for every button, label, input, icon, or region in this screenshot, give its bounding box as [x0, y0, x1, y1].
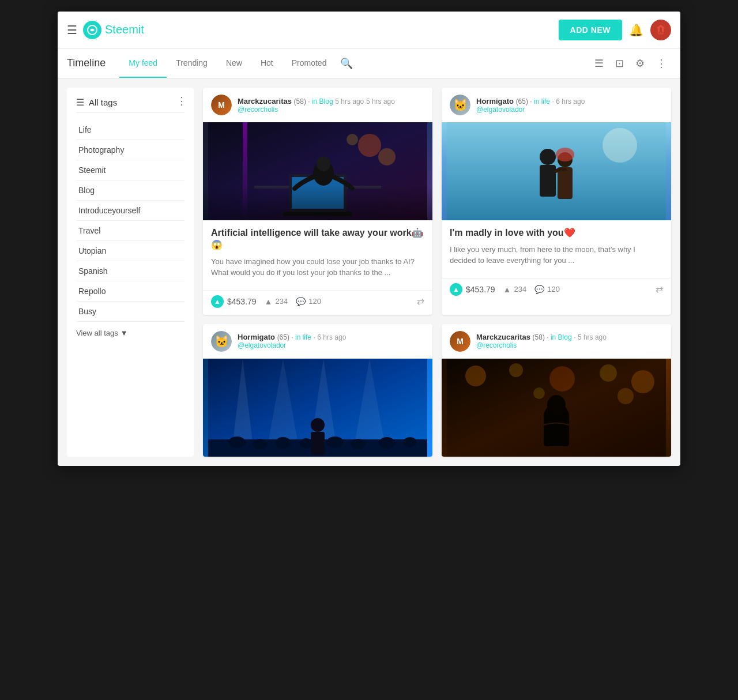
author-rep: (58) ·: [533, 333, 551, 341]
sidebar-item-spanish[interactable]: Spanish: [76, 261, 184, 281]
svg-point-34: [379, 437, 395, 449]
tab-promoted[interactable]: Promoted: [283, 49, 336, 78]
tab-my-feed[interactable]: My feed: [119, 49, 167, 78]
post-image: [203, 122, 432, 220]
post-category[interactable]: in life: [295, 333, 311, 341]
header: ☰ Steemit ADD NEW 🔔: [58, 12, 680, 48]
post-excerpt: You have imagined how you could lose you…: [211, 256, 424, 279]
sidebar-item-blog[interactable]: Blog: [76, 180, 184, 201]
author-rep: (58) ·: [294, 97, 312, 106]
avatar: 🐱: [450, 95, 470, 115]
post-category[interactable]: in life: [534, 97, 550, 106]
post-card: M Marckzucaritas (58) · in Blog · 5 hrs …: [442, 324, 671, 457]
add-new-button[interactable]: ADD NEW: [559, 20, 622, 40]
post-image: [442, 359, 671, 457]
hamburger-icon[interactable]: ☰: [67, 23, 77, 37]
author-line: Hormigato (65) · in life · 6 hrs ago: [238, 333, 424, 341]
search-icon[interactable]: 🔍: [336, 52, 357, 74]
author-rep: (65) ·: [516, 97, 534, 106]
svg-point-12: [317, 156, 330, 171]
author-line: Hormigato (65) · in life · 6 hrs ago: [476, 97, 663, 106]
svg-point-31: [299, 438, 313, 449]
sidebar-item-photography[interactable]: Photography: [76, 140, 184, 160]
svg-rect-2: [243, 122, 247, 220]
sidebar-item-repollo[interactable]: Repollo: [76, 281, 184, 302]
sidebar-item-introduceyourself[interactable]: Introduceyourself: [76, 201, 184, 221]
avatar: M: [450, 331, 470, 352]
author-avatar-3: 🐱: [211, 331, 232, 352]
post-footer: ▲ $453.79 ▲ 234 💬 120 ⇄: [203, 290, 432, 315]
tab-trending[interactable]: Trending: [167, 49, 217, 78]
list-view-icon[interactable]: ☰: [590, 52, 608, 74]
svg-point-3: [358, 134, 381, 157]
author-name[interactable]: Marckzucaritas: [476, 333, 530, 341]
sidebar-item-travel[interactable]: Travel: [76, 221, 184, 241]
filter-icon: ☰: [76, 97, 84, 108]
logo-area: Steemit: [83, 21, 144, 39]
repost-icon[interactable]: ⇄: [417, 296, 424, 307]
svg-point-29: [253, 439, 268, 449]
bookmark-icon[interactable]: ⊡: [611, 52, 628, 74]
sidebar-item-utopian[interactable]: Utopian: [76, 241, 184, 261]
post-excerpt: I like you very much, from here to the m…: [450, 244, 663, 266]
notification-bell-icon[interactable]: 🔔: [629, 23, 643, 37]
svg-point-5: [347, 134, 358, 145]
post-card: 🐱 Hormigato (65) · in life · 6 hrs ago @…: [442, 88, 671, 315]
post-title[interactable]: Artificial intelligence will take away y…: [211, 227, 424, 251]
post-body: I'm madly in love with you❤️ I like you …: [442, 220, 671, 278]
post-card: 🐱 Hormigato (65) · in life · 6 hrs ago @…: [203, 324, 432, 457]
tab-new[interactable]: New: [217, 49, 251, 78]
app-window: ☰ Steemit ADD NEW 🔔: [58, 12, 680, 466]
author-handle[interactable]: @recorcholis: [476, 341, 663, 349]
vote-count: ▲ 234: [265, 297, 288, 306]
upvote-icon: ▲: [450, 283, 462, 296]
view-all-tags-label: View all tags: [76, 329, 118, 337]
sidebar-item-life[interactable]: Life: [76, 120, 184, 140]
nav-tabs: My feed Trending New Hot Promoted 🔍: [119, 49, 590, 78]
author-name[interactable]: Marckzucaritas: [238, 97, 292, 106]
author-avatar-1: M: [211, 95, 232, 115]
post-time-value: · 6 hrs ago: [314, 333, 347, 341]
author-handle[interactable]: @elgatovolador: [476, 106, 663, 114]
author-name[interactable]: Hormigato: [238, 333, 275, 341]
author-handle[interactable]: @recorcholis: [238, 106, 424, 114]
post-header: 🐱 Hormigato (65) · in life · 6 hrs ago @…: [203, 324, 432, 359]
sidebar-more-icon[interactable]: ⋮: [176, 95, 187, 107]
post-category[interactable]: in Blog: [312, 97, 333, 106]
tab-hot[interactable]: Hot: [251, 49, 283, 78]
post-category[interactable]: in Blog: [551, 333, 572, 341]
user-avatar[interactable]: [650, 20, 671, 40]
app-name: Steemit: [105, 23, 144, 36]
vote-button[interactable]: ▲ $453.79: [211, 295, 257, 308]
view-all-tags[interactable]: View all tags ▼: [76, 329, 184, 337]
vote-count: ▲ 234: [503, 285, 527, 294]
post-footer: ▲ $453.79 ▲ 234 💬 120 ⇄: [442, 278, 671, 303]
author-name[interactable]: Hormigato: [476, 97, 514, 106]
page-title: Timeline: [67, 57, 106, 69]
post-image-dark: [203, 122, 432, 220]
post-meta: Hormigato (65) · in life · 6 hrs ago @el…: [238, 333, 424, 349]
comment-count[interactable]: 💬 120: [534, 285, 560, 294]
post-payout: $453.79: [466, 285, 495, 294]
sidebar-item-busy[interactable]: Busy: [76, 302, 184, 322]
svg-point-28: [228, 436, 246, 448]
author-line: Marckzucaritas (58) · in Blog · 5 hrs ag…: [476, 333, 663, 341]
author-handle[interactable]: @elgatovolador: [238, 341, 424, 349]
post-image-concert: [203, 359, 432, 457]
header-left: ☰ Steemit: [67, 21, 144, 39]
more-options-icon[interactable]: ⋮: [652, 52, 671, 74]
main-content: ⋮ ☰ All tags Life Photography Steemit Bl…: [58, 78, 680, 466]
sidebar-item-steemit[interactable]: Steemit: [76, 160, 184, 180]
svg-point-26: [311, 418, 325, 432]
comment-count-value: 120: [308, 297, 321, 306]
post-time-value: · 6 hrs ago: [552, 97, 585, 106]
post-title[interactable]: I'm madly in love with you❤️: [450, 227, 663, 239]
settings-icon[interactable]: ⚙: [631, 52, 649, 74]
comment-icon: 💬: [296, 297, 306, 306]
comment-count[interactable]: 💬 120: [296, 297, 321, 306]
post-time: 5 hrs ago: [335, 97, 364, 106]
post-image: [442, 122, 671, 220]
svg-rect-6: [254, 186, 381, 189]
vote-button[interactable]: ▲ $453.79: [450, 283, 495, 296]
repost-icon[interactable]: ⇄: [656, 284, 663, 295]
